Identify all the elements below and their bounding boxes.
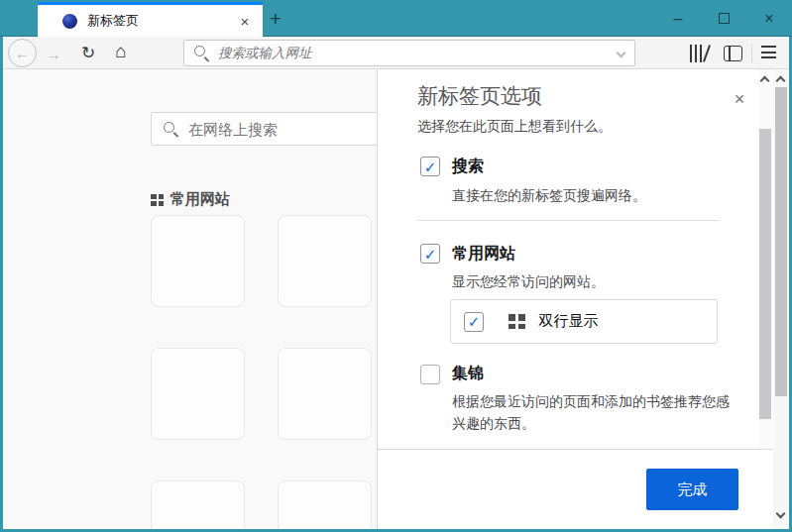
top-sites-grid-icon [151,194,164,206]
search-icon [194,46,209,60]
search-option-label: 搜索 [452,157,484,177]
reload-button[interactable]: ↻ [77,42,99,63]
tab-new-tab[interactable]: 新标签页 × [38,2,263,37]
highlights-option-description: 根据您最近访问的页面和添加的书签推荐您感兴趣的东西。 [452,390,741,434]
forward-button[interactable]: → [44,44,63,63]
search-option-checkbox[interactable]: ✓ [420,157,440,176]
window-controls: – × [655,0,792,37]
two-row-grid-icon [509,314,525,329]
panel-subtitle: 选择您在此页面上想看到什么。 [417,118,612,136]
new-tab-options-panel: 新标签页选项 × 选择您在此页面上想看到什么。 ✓ 搜索 直接在您的新标签页搜遍… [377,69,773,529]
top-sites-option-label: 常用网站 [452,244,515,265]
sidebar-icon[interactable] [724,46,742,61]
tab-title: 新标签页 [87,12,139,30]
top-sites-header: 常用网站 [151,190,230,209]
top-site-tile [278,480,372,532]
url-dropdown-chevron-icon[interactable] [617,49,626,58]
top-site-tile [151,215,245,307]
two-row-suboption: ✓ 双行显示 [450,299,718,344]
footer-divider [378,449,774,450]
done-button[interactable]: 完成 [646,469,738,510]
url-input[interactable] [209,46,618,60]
page-scrollbar[interactable] [773,69,789,529]
url-bar[interactable] [183,40,635,66]
top-site-tile [278,215,372,307]
titlebar: 新标签页 × + – × [0,0,792,37]
tab-close-icon[interactable]: × [236,12,254,30]
top-sites-option-description: 显示您经常访问的网站。 [452,270,605,292]
page-search-icon [164,122,178,137]
panel-close-icon[interactable]: × [728,87,751,111]
library-icon[interactable] [689,45,712,62]
window-frame-left [0,37,3,532]
top-sites-option-checkbox[interactable]: ✓ [420,244,440,264]
minimize-button[interactable]: – [655,0,701,37]
panel-scrollbar[interactable] [758,69,772,449]
check-icon: ✓ [424,160,437,174]
two-row-label: 双行显示 [539,312,599,331]
top-site-tile [151,480,245,532]
scroll-down-icon[interactable] [776,509,786,519]
new-tab-button[interactable]: + [264,7,287,31]
close-window-button[interactable]: × [746,0,792,37]
highlights-option-label: 集锦 [452,364,484,384]
navigation-toolbar: ← → ↻ ⌂ [0,37,792,69]
page-scrollbar-thumb[interactable] [775,87,787,396]
top-sites-label: 常用网站 [170,190,230,209]
panel-scrollbar-thumb[interactable] [759,129,771,419]
home-button[interactable]: ⌂ [110,41,132,62]
tab-favicon-globe-icon [62,14,77,29]
panel-divider [417,220,720,221]
panel-title: 新标签页选项 [417,82,542,110]
maximize-button[interactable] [701,0,746,37]
scroll-up-icon[interactable] [776,76,786,86]
top-site-tile [278,348,372,440]
top-site-tile [151,348,245,440]
maximize-icon [719,13,730,24]
toolbar-separator [751,44,752,62]
two-row-checkbox[interactable]: ✓ [464,312,484,332]
back-button[interactable]: ← [8,39,37,67]
check-icon: ✓ [424,247,437,262]
highlights-option-checkbox[interactable] [420,365,440,384]
menu-hamburger-icon[interactable] [761,46,776,62]
scroll-up-icon[interactable] [760,76,770,86]
search-option-description: 直接在您的新标签页搜遍网络。 [452,184,646,206]
check-icon: ✓ [468,314,481,329]
browser-window: 新标签页 × + – × ← → ↻ ⌂ 常用网站 [0,0,792,532]
